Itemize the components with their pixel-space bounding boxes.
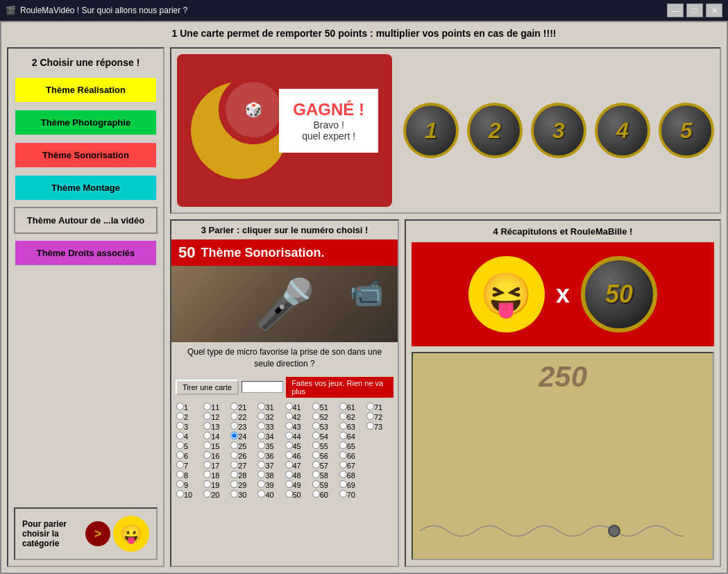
left-panel: 2 Choisir une réponse ! Thème Réalisatio… <box>7 47 164 567</box>
theme-realisation-button[interactable]: Thème Réalisation <box>14 76 158 103</box>
theme-banner: 50 Thème Sonorisation. <box>171 239 398 266</box>
gagne-text: GAGNÉ ! <box>293 100 364 119</box>
choose-answer-label: 2 Choisir une réponse ! <box>14 54 158 71</box>
mic-icon: 🎤 <box>255 276 315 332</box>
card-input[interactable] <box>242 381 283 393</box>
question-image: 🎤 📹 <box>171 266 398 342</box>
dots-decoration: 🎲 <box>219 75 288 144</box>
card-controls: Tirer une carte Faites vos jeux. Rien ne… <box>171 374 398 400</box>
top-banner: 1 Une carte permet de remporter 50 point… <box>1 22 727 44</box>
bravo-line2: quel expert ! <box>293 130 364 142</box>
number-circle-3[interactable]: 3 <box>531 103 586 158</box>
step4-title: 4 Récapitulons et RouleMaBille ! <box>412 226 714 237</box>
number-circle-2[interactable]: 2 <box>467 103 523 158</box>
svg-point-0 <box>609 525 620 537</box>
title-bar-controls: — □ ✕ <box>667 3 722 17</box>
app-title: RouleMaVidéo ! Sur quoi allons nous pari… <box>20 6 187 15</box>
theme-photographie-button[interactable]: Thème Photographie <box>14 109 158 136</box>
winner-display: > 🎲 GAGNÉ ! Bravo ! quel expert ! <box>177 54 392 207</box>
arrow-icon: > <box>85 521 110 546</box>
camera-icon: 📹 <box>349 276 384 309</box>
dots-inner: 🎲 <box>226 82 281 137</box>
multiplier-symbol: x <box>556 280 570 309</box>
score-number: 250 <box>539 360 587 394</box>
title-bar-left: 🎬 RouleMaVidéo ! Sur quoi allons nous pa… <box>6 6 187 15</box>
question-text: Quel type de micro favorise la prise de … <box>171 342 398 374</box>
number-circle-4[interactable]: 4 <box>595 103 650 158</box>
theme-autour-button[interactable]: Thème Autour de ...la vidéo <box>14 207 158 234</box>
theme-sonorisation-button[interactable]: Thème Sonorisation <box>14 142 158 169</box>
bottom-right-panel: 4 Récapitulons et RouleMaBille ! 😝 x 50 … <box>405 219 721 567</box>
winner-box: GAGNÉ ! Bravo ! quel expert ! <box>279 89 378 153</box>
right-area: > 🎲 GAGNÉ ! Bravo ! quel expert ! 1 2 3 <box>170 47 721 567</box>
app-icon: 🎬 <box>6 6 16 15</box>
numbers-grid: 1112131415161712122232425262723132333435… <box>171 400 398 566</box>
number-circles: 1 2 3 4 5 <box>403 103 714 158</box>
faites-jeux-label: Faites vos jeux. Rien ne va plus <box>286 377 393 398</box>
tirer-carte-button[interactable]: Tirer une carte <box>176 380 239 395</box>
bottom-area: 3 Parier : cliquer sur le numéro choisi … <box>170 219 721 567</box>
bottom-left-panel: 3 Parier : cliquer sur le numéro choisi … <box>170 219 399 567</box>
numbers-table: 1112131415161712122232425262723132333435… <box>176 402 393 500</box>
wave-svg <box>420 517 684 545</box>
top-right-panel: > 🎲 GAGNÉ ! Bravo ! quel expert ! 1 2 3 <box>170 47 721 214</box>
content-area: 2 Choisir une réponse ! Thème Réalisatio… <box>1 44 727 573</box>
number-circle-5[interactable]: 5 <box>659 103 714 158</box>
pour-parier-line2: choisir la <box>22 529 80 539</box>
points-circle: 50 <box>581 256 657 332</box>
number-circle-1[interactable]: 1 <box>403 103 459 158</box>
emoji-icon: 😛 <box>113 516 149 552</box>
main-window: 1 Une carte permet de remporter 50 point… <box>0 21 728 574</box>
theme-montage-button[interactable]: Thème Montage <box>14 174 158 201</box>
theme-droits-button[interactable]: Thème Droits associés <box>14 239 158 267</box>
banner-text: 1 Une carte permet de remporter 50 point… <box>172 28 557 39</box>
bravo-line1: Bravo ! <box>293 119 364 130</box>
close-button[interactable]: ✕ <box>706 3 722 17</box>
step3-title: 3 Parier : cliquer sur le numéro choisi … <box>171 221 398 239</box>
theme-points: 50 <box>178 244 195 262</box>
minimize-button[interactable]: — <box>667 3 684 17</box>
pour-parier-line3: catégorie <box>22 539 80 548</box>
recap-display: 😝 x 50 <box>412 242 714 346</box>
happy-emoji: 😝 <box>468 256 545 332</box>
title-bar: 🎬 RouleMaVidéo ! Sur quoi allons nous pa… <box>0 0 728 21</box>
pour-parier-text: Pour parier choisir la catégorie <box>22 519 80 548</box>
pour-parier-section: Pour parier choisir la catégorie > 😛 <box>14 507 158 560</box>
score-display: 250 <box>412 352 714 560</box>
pour-parier-line1: Pour parier <box>22 519 80 529</box>
theme-banner-name: Thème Sonorisation. <box>201 246 324 260</box>
maximize-button[interactable]: □ <box>686 3 703 17</box>
